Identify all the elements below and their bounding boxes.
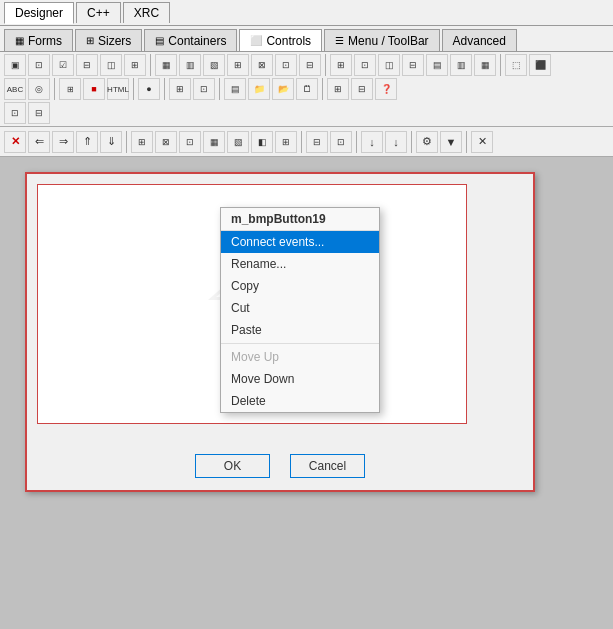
cancel-button[interactable]: Cancel bbox=[290, 454, 365, 478]
ctx-cut[interactable]: Cut bbox=[221, 297, 379, 319]
act-settings-btn[interactable]: ⚙ bbox=[416, 131, 438, 153]
tb-btn-9[interactable]: ▧ bbox=[203, 54, 225, 76]
act-close-btn[interactable]: ✕ bbox=[471, 131, 493, 153]
ctx-connect-events[interactable]: Connect events... bbox=[221, 231, 379, 253]
act-btn-5[interactable]: ▧ bbox=[227, 131, 249, 153]
containers-icon: ▤ bbox=[155, 35, 164, 46]
tb-btn-18[interactable]: ▤ bbox=[426, 54, 448, 76]
sep-act-2 bbox=[301, 131, 302, 153]
tb-btn-4[interactable]: ⊟ bbox=[76, 54, 98, 76]
act-down-btn[interactable]: ⇓ bbox=[100, 131, 122, 153]
tb-btn-r2-15[interactable]: ❓ bbox=[375, 78, 397, 100]
tb-btn-r2-14[interactable]: ⊟ bbox=[351, 78, 373, 100]
tab-advanced[interactable]: Advanced bbox=[442, 29, 517, 51]
tab-sizers[interactable]: ⊞ Sizers bbox=[75, 29, 142, 51]
sep-2 bbox=[325, 54, 326, 76]
act-btn-1[interactable]: ⊞ bbox=[131, 131, 153, 153]
act-btn-2[interactable]: ⊠ bbox=[155, 131, 177, 153]
toolbar-row-3: ⊡ ⊟ bbox=[4, 102, 609, 124]
tb-btn-10[interactable]: ⊞ bbox=[227, 54, 249, 76]
tb-btn-21[interactable]: ⬚ bbox=[505, 54, 527, 76]
tb-btn-r2-4[interactable]: ■ bbox=[83, 78, 105, 100]
tb-btn-15[interactable]: ⊡ bbox=[354, 54, 376, 76]
tb-btn-6[interactable]: ⊞ bbox=[124, 54, 146, 76]
sep-r2-5 bbox=[322, 78, 323, 100]
tab-designer[interactable]: Designer bbox=[4, 2, 74, 24]
act-delete-btn[interactable]: ✕ bbox=[4, 131, 26, 153]
tb-btn-r2-9[interactable]: ▤ bbox=[224, 78, 246, 100]
tb-btn-r2-10[interactable]: 📁 bbox=[248, 78, 270, 100]
act-btn-7[interactable]: ⊞ bbox=[275, 131, 297, 153]
tb-btn-19[interactable]: ▥ bbox=[450, 54, 472, 76]
tb-btn-14[interactable]: ⊞ bbox=[330, 54, 352, 76]
tb-btn-7[interactable]: ▦ bbox=[155, 54, 177, 76]
tb-btn-2[interactable]: ⊡ bbox=[28, 54, 50, 76]
act-up-btn[interactable]: ⇑ bbox=[76, 131, 98, 153]
sep-r2-3 bbox=[164, 78, 165, 100]
ctx-copy[interactable]: Copy bbox=[221, 275, 379, 297]
ok-button[interactable]: OK bbox=[195, 454, 270, 478]
sep-act-5 bbox=[466, 131, 467, 153]
controls-icon: ⬜ bbox=[250, 35, 262, 46]
tb-btn-r2-5[interactable]: HTML bbox=[107, 78, 129, 100]
sep-act-4 bbox=[411, 131, 412, 153]
tb-btn-r3-2[interactable]: ⊟ bbox=[28, 102, 50, 124]
ctx-sep-1 bbox=[221, 343, 379, 344]
tb-btn-r2-13[interactable]: ⊞ bbox=[327, 78, 349, 100]
sep-r2-4 bbox=[219, 78, 220, 100]
tb-btn-22[interactable]: ⬛ bbox=[529, 54, 551, 76]
tb-btn-r3-1[interactable]: ⊡ bbox=[4, 102, 26, 124]
tb-btn-11[interactable]: ⊠ bbox=[251, 54, 273, 76]
tb-btn-1[interactable]: ▣ bbox=[4, 54, 26, 76]
act-btn-8[interactable]: ⊟ bbox=[306, 131, 328, 153]
action-toolbar: ✕ ⇐ ⇒ ⇑ ⇓ ⊞ ⊠ ⊡ ▦ ▧ ◧ ⊞ ⊟ ⊡ ↓ ↓ ⚙ ▼ ✕ bbox=[0, 127, 613, 157]
forms-icon: ▦ bbox=[15, 35, 24, 46]
tab-xrc[interactable]: XRC bbox=[123, 2, 170, 23]
ctx-paste[interactable]: Paste bbox=[221, 319, 379, 341]
act-dropdown-btn[interactable]: ▼ bbox=[440, 131, 462, 153]
act-btn-3[interactable]: ⊡ bbox=[179, 131, 201, 153]
tb-btn-r2-6[interactable]: ● bbox=[138, 78, 160, 100]
act-left-btn[interactable]: ⇐ bbox=[28, 131, 50, 153]
ctx-delete[interactable]: Delete bbox=[221, 390, 379, 412]
tb-btn-12[interactable]: ⊡ bbox=[275, 54, 297, 76]
act-arrow-down-2[interactable]: ↓ bbox=[385, 131, 407, 153]
sep-3 bbox=[500, 54, 501, 76]
ctx-move-down[interactable]: Move Down bbox=[221, 368, 379, 390]
ctx-rename[interactable]: Rename... bbox=[221, 253, 379, 275]
toolbar-area: ▣ ⊡ ☑ ⊟ ◫ ⊞ ▦ ▥ ▧ ⊞ ⊠ ⊡ ⊟ ⊞ ⊡ ◫ ⊟ ▤ ▥ ▦ … bbox=[0, 52, 613, 127]
act-btn-4[interactable]: ▦ bbox=[203, 131, 225, 153]
sizers-icon: ⊞ bbox=[86, 35, 94, 46]
tab-containers[interactable]: ▤ Containers bbox=[144, 29, 237, 51]
act-right-btn[interactable]: ⇒ bbox=[52, 131, 74, 153]
tb-btn-r2-11[interactable]: 📂 bbox=[272, 78, 294, 100]
tb-btn-r2-8[interactable]: ⊡ bbox=[193, 78, 215, 100]
tb-btn-5[interactable]: ◫ bbox=[100, 54, 122, 76]
tab-forms[interactable]: ▦ Forms bbox=[4, 29, 73, 51]
tb-btn-17[interactable]: ⊟ bbox=[402, 54, 424, 76]
context-menu-header: m_bmpButton19 bbox=[221, 208, 379, 231]
main-tab-bar: ▦ Forms ⊞ Sizers ▤ Containers ⬜ Controls… bbox=[0, 26, 613, 52]
tab-controls[interactable]: ⬜ Controls bbox=[239, 29, 322, 51]
canvas-area: 安乐软件 OK Cancel m_bmpButton19 Connect eve… bbox=[0, 157, 613, 547]
tb-btn-16[interactable]: ◫ bbox=[378, 54, 400, 76]
tb-btn-20[interactable]: ▦ bbox=[474, 54, 496, 76]
act-btn-9[interactable]: ⊡ bbox=[330, 131, 352, 153]
act-btn-6[interactable]: ◧ bbox=[251, 131, 273, 153]
tb-btn-r2-3[interactable]: ⊞ bbox=[59, 78, 81, 100]
tb-btn-r2-7[interactable]: ⊞ bbox=[169, 78, 191, 100]
tb-btn-8[interactable]: ▥ bbox=[179, 54, 201, 76]
tb-btn-13[interactable]: ⊟ bbox=[299, 54, 321, 76]
tab-menu-toolbar[interactable]: ☰ Menu / ToolBar bbox=[324, 29, 440, 51]
ctx-move-up: Move Up bbox=[221, 346, 379, 368]
tab-cpp[interactable]: C++ bbox=[76, 2, 121, 23]
tb-btn-r2-2[interactable]: ◎ bbox=[28, 78, 50, 100]
title-bar: Designer C++ XRC bbox=[0, 0, 613, 26]
tb-btn-r2-12[interactable]: 🗒 bbox=[296, 78, 318, 100]
menu-icon: ☰ bbox=[335, 35, 344, 46]
tb-btn-3[interactable]: ☑ bbox=[52, 54, 74, 76]
act-arrow-down-1[interactable]: ↓ bbox=[361, 131, 383, 153]
sep-act-3 bbox=[356, 131, 357, 153]
tb-btn-r2-1[interactable]: ABC bbox=[4, 78, 26, 100]
dialog-buttons: OK Cancel bbox=[27, 454, 533, 478]
